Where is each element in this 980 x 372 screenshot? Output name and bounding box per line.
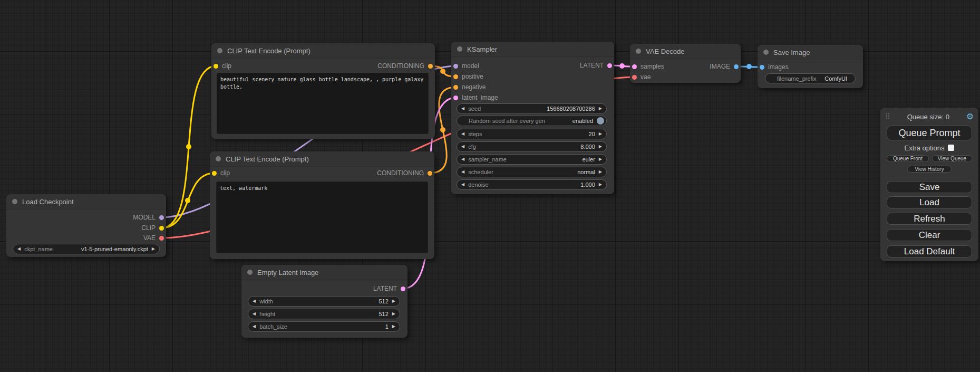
collapse-dot-icon[interactable] <box>457 46 462 52</box>
port-image-output[interactable] <box>734 64 739 69</box>
node-titlebar[interactable]: KSampler <box>451 42 614 57</box>
load-button[interactable]: Load <box>887 196 972 208</box>
widget-width[interactable]: ◀ width 512 ▶ <box>248 296 400 307</box>
gear-icon[interactable]: ⚙ <box>966 112 974 121</box>
decrement-arrow-icon[interactable]: ◀ <box>461 107 464 111</box>
port-clip-input[interactable] <box>212 171 217 176</box>
widget-filename-prefix[interactable]: filename_prefix ComfyUI <box>765 73 856 83</box>
decrement-arrow-icon[interactable]: ◀ <box>253 299 256 303</box>
node-clip-text-encode-negative[interactable]: CLIP Text Encode (Prompt) clip CONDITION… <box>210 151 434 259</box>
slot-label: latent_image <box>462 94 498 101</box>
node-ksampler[interactable]: KSampler model positive negative latent_… <box>451 42 614 194</box>
refresh-button[interactable]: Refresh <box>887 213 972 225</box>
collapse-dot-icon[interactable] <box>247 270 253 275</box>
widget-steps[interactable]: ◀ steps 20 ▶ <box>457 129 607 139</box>
queue-front-button[interactable]: Queue Front <box>887 155 929 162</box>
decrement-arrow-icon[interactable]: ◀ <box>461 132 464 136</box>
port-model-output[interactable] <box>159 215 164 220</box>
widget-value: 8.000 <box>580 144 595 150</box>
decrement-arrow-icon[interactable]: ◀ <box>461 183 464 187</box>
node-vae-decode[interactable]: VAE Decode samples vae IMAGE <box>630 44 741 83</box>
collapse-dot-icon[interactable] <box>216 156 221 161</box>
output-slot-vae: VAE <box>143 233 164 243</box>
node-titlebar[interactable]: VAE Decode <box>630 44 741 59</box>
increment-arrow-icon[interactable]: ▶ <box>599 157 602 161</box>
increment-arrow-icon[interactable]: ▶ <box>392 299 395 303</box>
toggle-knob[interactable] <box>597 117 604 125</box>
drag-handle-icon[interactable] <box>886 113 890 120</box>
increment-arrow-icon[interactable]: ▶ <box>392 325 395 329</box>
widget-denoise[interactable]: ◀ denoise 1.000 ▶ <box>457 179 607 190</box>
port-latent-output[interactable] <box>607 63 612 68</box>
node-graph-canvas[interactable]: Load Checkpoint MODEL CLIP VAE ◀ ckpt_na… <box>0 0 980 372</box>
slot-label: CLIP <box>141 224 156 232</box>
slot-label: CONDITIONING <box>377 62 424 70</box>
widget-scheduler[interactable]: ◀ scheduler normal ▶ <box>457 167 607 177</box>
port-conditioning-output[interactable] <box>428 64 433 69</box>
decrement-arrow-icon[interactable]: ◀ <box>253 312 256 316</box>
widget-label: seed <box>468 106 481 112</box>
negative-prompt-textarea[interactable]: text, watermark <box>216 182 428 253</box>
decrement-arrow-icon[interactable]: ◀ <box>17 247 21 251</box>
node-clip-text-encode-positive[interactable]: CLIP Text Encode (Prompt) clip CONDITION… <box>211 43 435 139</box>
collapse-dot-icon[interactable] <box>636 49 641 54</box>
port-vae-input[interactable] <box>632 75 637 80</box>
collapse-dot-icon[interactable] <box>763 50 769 55</box>
node-titlebar[interactable]: Empty Latent Image <box>241 265 407 280</box>
increment-arrow-icon[interactable]: ▶ <box>599 107 602 111</box>
port-clip-input[interactable] <box>214 64 218 69</box>
slot-label: positive <box>462 73 483 80</box>
port-positive-input[interactable] <box>453 74 458 79</box>
port-latent-output[interactable] <box>401 287 405 291</box>
port-images-input[interactable] <box>760 65 764 70</box>
port-samples-input[interactable] <box>632 64 637 69</box>
node-titlebar[interactable]: CLIP Text Encode (Prompt) <box>211 43 435 59</box>
port-vae-output[interactable] <box>159 236 164 241</box>
increment-arrow-icon[interactable]: ▶ <box>599 170 602 174</box>
decrement-arrow-icon[interactable]: ◀ <box>253 325 256 329</box>
port-latent-image-input[interactable] <box>453 96 458 100</box>
widget-random-seed-toggle[interactable]: Random seed after every gen enabled <box>457 116 607 126</box>
increment-arrow-icon[interactable]: ▶ <box>599 145 602 149</box>
widget-batch-size[interactable]: ◀ batch_size 1 ▶ <box>248 321 400 332</box>
widget-label: steps <box>468 131 482 137</box>
node-save-image[interactable]: Save Image images filename_prefix ComfyU… <box>758 45 863 88</box>
extra-options-checkbox[interactable] <box>948 145 954 151</box>
queue-prompt-button[interactable]: Queue Prompt <box>887 126 972 140</box>
increment-arrow-icon[interactable]: ▶ <box>152 247 155 251</box>
widget-height[interactable]: ◀ height 512 ▶ <box>248 309 400 319</box>
node-titlebar[interactable]: CLIP Text Encode (Prompt) <box>210 151 434 167</box>
link-midpoint-dot <box>186 144 191 149</box>
increment-arrow-icon[interactable]: ▶ <box>599 183 602 187</box>
widget-value: normal <box>577 169 595 175</box>
positive-prompt-textarea[interactable]: beautiful scenery nature glass bottle la… <box>217 73 429 134</box>
decrement-arrow-icon[interactable]: ◀ <box>461 145 464 149</box>
clear-button[interactable]: Clear <box>887 229 972 241</box>
load-default-button[interactable]: Load Default <box>887 245 972 257</box>
decrement-arrow-icon[interactable]: ◀ <box>461 157 464 161</box>
output-slot-image: IMAGE <box>710 62 739 71</box>
slot-label: LATENT <box>580 62 604 69</box>
increment-arrow-icon[interactable]: ▶ <box>599 132 602 136</box>
port-model-input[interactable] <box>453 64 458 69</box>
port-clip-output[interactable] <box>159 226 164 231</box>
widget-cfg[interactable]: ◀ cfg 8.000 ▶ <box>457 141 607 152</box>
node-titlebar[interactable]: Save Image <box>758 45 863 60</box>
port-negative-input[interactable] <box>453 85 458 90</box>
view-queue-button[interactable]: View Queue <box>932 155 972 162</box>
node-title: Load Checkpoint <box>22 198 74 206</box>
node-titlebar[interactable]: Load Checkpoint <box>6 194 166 209</box>
decrement-arrow-icon[interactable]: ◀ <box>461 170 464 174</box>
increment-arrow-icon[interactable]: ▶ <box>392 312 395 316</box>
collapse-dot-icon[interactable] <box>217 48 222 53</box>
node-empty-latent-image[interactable]: Empty Latent Image LATENT ◀ width 512 ▶ … <box>241 265 407 338</box>
node-load-checkpoint[interactable]: Load Checkpoint MODEL CLIP VAE ◀ ckpt_na… <box>6 194 166 257</box>
port-conditioning-output[interactable] <box>428 171 432 176</box>
widget-seed[interactable]: ◀ seed 156680208700286 ▶ <box>457 103 607 114</box>
save-button[interactable]: Save <box>887 181 972 193</box>
collapse-dot-icon[interactable] <box>12 199 17 204</box>
widget-sampler-name[interactable]: ◀ sampler_name euler ▶ <box>457 154 607 165</box>
view-history-button[interactable]: View History <box>907 166 952 173</box>
widget-ckpt-name[interactable]: ◀ ckpt_name v1-5-pruned-emaonly.ckpt ▶ <box>13 244 160 254</box>
input-slot-model: model <box>453 61 479 71</box>
